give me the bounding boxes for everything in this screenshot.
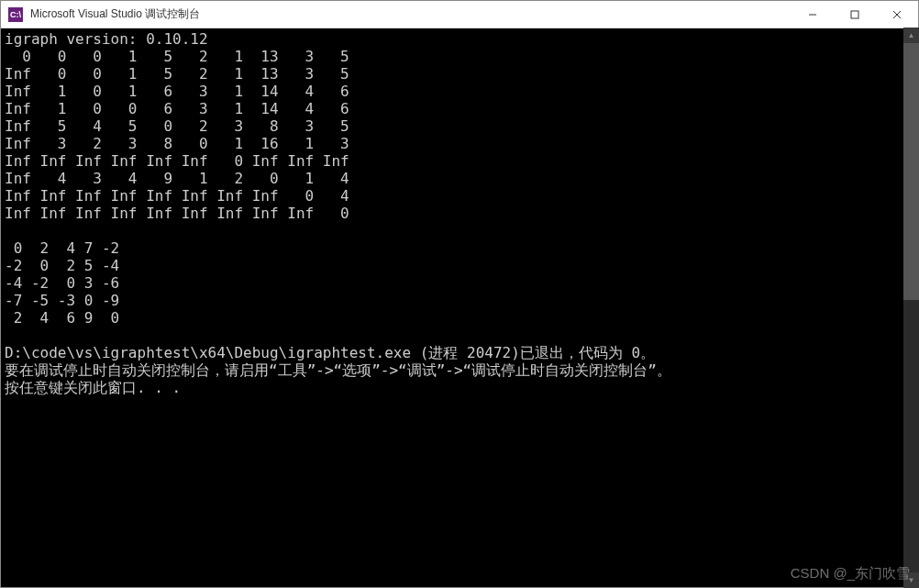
scroll-up-button[interactable]: ▲	[903, 28, 919, 43]
matrix1-row: Inf Inf Inf Inf Inf Inf Inf Inf 0 4	[5, 187, 349, 205]
matrix1-row: 0 0 0 1 5 2 1 13 3 5	[5, 48, 349, 65]
hint-line: 要在调试停止时自动关闭控制台，请启用“工具”->“选项”->“调试”->“调试停…	[5, 361, 671, 379]
matrix2-row: -7 -5 -3 0 -9	[5, 292, 119, 309]
close-icon	[892, 10, 902, 19]
matrix2-row: -4 -2 0 3 -6	[5, 274, 119, 292]
app-icon-text: C:\	[10, 10, 21, 19]
prompt-line: 按任意键关闭此窗口. . .	[5, 379, 181, 396]
console-window: C:\ Microsoft Visual Studio 调试控制台 igraph…	[0, 0, 919, 588]
matrix1-row: Inf 4 3 4 9 1 2 0 1 4	[5, 170, 349, 187]
matrix1-row: Inf 1 0 0 6 3 1 14 4 6	[5, 100, 349, 117]
matrix2-row: -2 0 2 5 -4	[5, 257, 119, 274]
matrix2-row: 2 4 6 9 0	[5, 309, 119, 327]
matrix1-row: Inf 0 0 1 5 2 1 13 3 5	[5, 65, 349, 83]
exit-line: D:\code\vs\igraphtest\x64\Debug\igraphte…	[5, 344, 655, 361]
matrix1-row: Inf Inf Inf Inf Inf Inf 0 Inf Inf Inf	[5, 152, 349, 170]
minimize-icon	[808, 10, 817, 19]
titlebar[interactable]: C:\ Microsoft Visual Studio 调试控制台	[1, 1, 918, 28]
watermark: CSDN @_东门吹雪	[791, 565, 910, 582]
matrix1-row: Inf 3 2 3 8 0 1 16 1 3	[5, 135, 349, 152]
svg-rect-1	[851, 11, 858, 18]
matrix1-row: Inf 5 4 5 0 2 3 8 3 5	[5, 117, 349, 135]
matrix1-row: Inf 1 0 1 6 3 1 14 4 6	[5, 83, 349, 100]
app-icon: C:\	[8, 7, 23, 22]
matrix2-row: 0 2 4 7 -2	[5, 239, 119, 257]
scroll-thumb[interactable]	[903, 43, 919, 300]
matrix1-row: Inf Inf Inf Inf Inf Inf Inf Inf Inf 0	[5, 205, 349, 222]
maximize-button[interactable]	[834, 1, 876, 28]
window-title: Microsoft Visual Studio 调试控制台	[30, 6, 792, 22]
minimize-button[interactable]	[792, 1, 834, 28]
maximize-icon	[850, 10, 859, 19]
version-line: igraph version: 0.10.12	[5, 30, 208, 48]
window-controls	[792, 1, 918, 28]
scrollbar[interactable]: ▲ ▼	[903, 28, 919, 588]
console-output[interactable]: igraph version: 0.10.12 0 0 0 1 5 2 1 13…	[1, 28, 918, 587]
close-button[interactable]	[876, 1, 918, 28]
